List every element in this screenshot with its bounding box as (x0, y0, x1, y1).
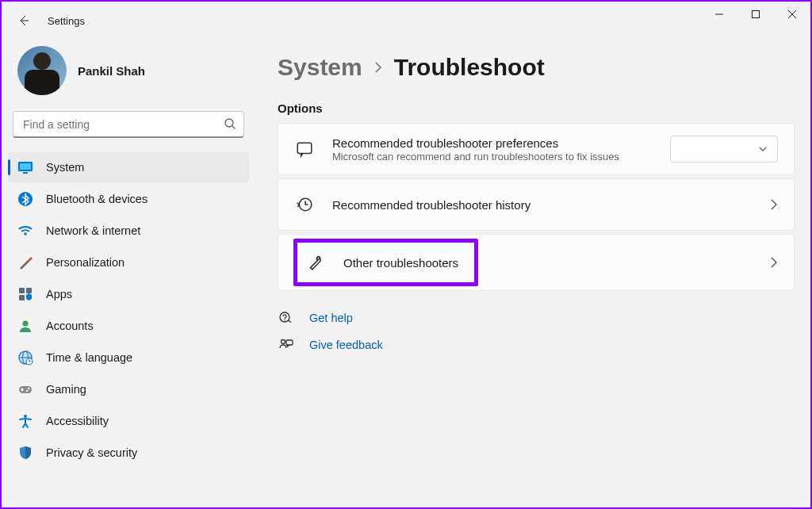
svg-rect-28 (286, 340, 293, 345)
option-title: Recommended troubleshooter preferences (332, 136, 653, 150)
svg-point-26 (284, 320, 285, 320)
svg-point-4 (225, 119, 233, 127)
svg-point-27 (282, 340, 285, 344)
sidebar: Pankil Shah SystemBluetooth & devicesNet… (2, 40, 255, 507)
search-icon (224, 117, 236, 130)
sidebar-item-accounts[interactable]: Accounts (8, 311, 249, 341)
system-icon (17, 159, 33, 175)
sidebar-item-network-internet[interactable]: Network & internet (8, 216, 249, 246)
svg-line-5 (232, 126, 236, 129)
minimize-button[interactable] (701, 2, 737, 27)
sidebar-item-system[interactable]: System (8, 152, 249, 182)
svg-rect-7 (20, 163, 31, 170)
footer-links: Get help Give feedback (278, 310, 795, 353)
sidebar-item-label: Network & internet (46, 224, 140, 237)
sidebar-item-apps[interactable]: Apps (8, 279, 249, 309)
breadcrumb-parent[interactable]: System (278, 54, 362, 81)
accessibility-icon (17, 413, 33, 429)
options-list: Recommended troubleshooter preferencesMi… (278, 123, 795, 291)
give-feedback-link[interactable]: Give feedback (278, 337, 795, 353)
option-title: Other troubleshooters (343, 256, 458, 270)
option-card-recommended-troubleshooter-preferences[interactable]: Recommended troubleshooter preferencesMi… (278, 123, 795, 175)
get-help-link[interactable]: Get help (278, 310, 795, 326)
gamepad-icon (17, 381, 33, 397)
sidebar-item-time-language[interactable]: Time & language (8, 343, 249, 373)
content-area: System Troubleshoot Options Recommended … (255, 40, 810, 507)
section-title: Options (278, 101, 795, 115)
svg-point-21 (26, 390, 28, 392)
avatar (17, 46, 67, 95)
option-subtitle: Microsoft can recommend and run troubles… (332, 151, 653, 163)
chevron-right-icon (373, 62, 383, 73)
globe-icon (17, 350, 33, 365)
history-icon (294, 196, 315, 213)
highlighted-option: Other troubleshooters (293, 239, 478, 286)
chevron-down-icon (758, 144, 768, 154)
bluetooth-icon (17, 191, 33, 207)
svg-point-10 (24, 232, 27, 235)
sidebar-item-privacy-security[interactable]: Privacy & security (8, 438, 249, 468)
search-input[interactable] (13, 111, 244, 138)
get-help-label: Get help (309, 312, 353, 324)
option-card-recommended-troubleshooter-history[interactable]: Recommended troubleshooter history (278, 178, 795, 231)
wrench-icon (305, 254, 326, 271)
window-controls (701, 2, 810, 27)
window-title: Settings (48, 15, 85, 27)
option-card-other-troubleshooters[interactable]: Other troubleshooters (278, 234, 795, 291)
sidebar-item-label: Apps (46, 288, 72, 300)
sidebar-item-label: Accessibility (46, 415, 109, 427)
preferences-dropdown[interactable] (670, 136, 778, 163)
svg-rect-12 (26, 288, 32, 293)
sidebar-item-personalization[interactable]: Personalization (8, 247, 249, 277)
chat-icon (294, 140, 315, 158)
back-button[interactable] (16, 13, 32, 29)
breadcrumb-current: Troubleshoot (394, 54, 545, 81)
sidebar-item-label: Time & language (46, 351, 132, 364)
feedback-icon (278, 337, 295, 353)
maximize-button[interactable] (737, 2, 774, 27)
sidebar-item-label: System (46, 161, 84, 174)
sidebar-item-label: Bluetooth & devices (46, 193, 147, 205)
sidebar-item-accessibility[interactable]: Accessibility (8, 406, 249, 436)
title-bar: Settings (2, 2, 810, 40)
wifi-icon (17, 223, 33, 239)
svg-point-22 (24, 415, 27, 418)
svg-point-14 (23, 321, 29, 327)
sidebar-item-label: Privacy & security (46, 446, 137, 459)
svg-rect-13 (19, 295, 25, 300)
breadcrumb: System Troubleshoot (278, 54, 795, 81)
apps-icon (17, 286, 33, 302)
sidebar-item-bluetooth-devices[interactable]: Bluetooth & devices (8, 184, 249, 214)
search-box (13, 111, 244, 138)
option-title: Recommended troubleshooter history (332, 198, 753, 212)
close-button[interactable] (774, 2, 810, 27)
sidebar-item-label: Personalization (46, 256, 124, 269)
sidebar-item-label: Accounts (46, 320, 94, 332)
chevron-right-icon (770, 199, 778, 210)
svg-rect-8 (23, 172, 28, 174)
help-icon (278, 310, 295, 326)
profile-section[interactable]: Pankil Shah (8, 40, 249, 111)
user-name: Pankil Shah (78, 64, 145, 78)
sidebar-item-gaming[interactable]: Gaming (8, 374, 249, 404)
svg-point-20 (28, 388, 29, 389)
chevron-right-icon (770, 257, 778, 268)
svg-rect-23 (297, 143, 312, 153)
sidebar-item-label: Gaming (46, 383, 86, 396)
svg-rect-11 (19, 288, 25, 293)
sidebar-nav: SystemBluetooth & devicesNetwork & inter… (8, 152, 249, 468)
give-feedback-label: Give feedback (309, 339, 383, 351)
svg-rect-1 (753, 11, 760, 18)
person-icon (17, 318, 33, 334)
shield-icon (17, 445, 33, 461)
brush-icon (17, 254, 33, 270)
